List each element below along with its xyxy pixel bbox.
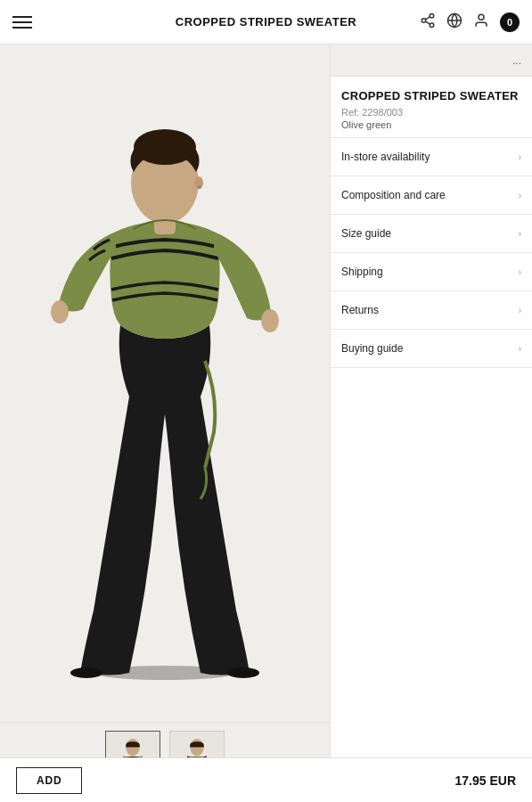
chevron-icon-2: › — [519, 229, 521, 239]
svg-point-17 — [70, 667, 102, 678]
user-icon[interactable] — [473, 12, 489, 32]
product-price: 17.95 EUR — [455, 773, 516, 788]
chevron-icon-1: › — [519, 191, 521, 200]
accordion-label-5: Buying guide — [341, 342, 403, 355]
cart-badge[interactable]: 0 — [500, 12, 520, 32]
accordion-item-3[interactable]: Shipping› — [331, 253, 532, 291]
svg-point-14 — [134, 129, 196, 165]
accordion-item-0[interactable]: In-store availability› — [331, 138, 532, 176]
globe-icon[interactable] — [446, 12, 462, 32]
chevron-icon-5: › — [519, 344, 521, 354]
svg-point-10 — [51, 300, 69, 323]
header-right: 0 — [420, 12, 520, 32]
svg-point-2 — [430, 23, 434, 28]
header-left — [12, 16, 32, 29]
main-content: ... CROPPED STRIPED SWEATER Ref: 2298/00… — [0, 45, 532, 802]
size-strip: ... — [331, 45, 532, 77]
accordion-item-2[interactable]: Size guide› — [331, 215, 532, 253]
svg-line-4 — [425, 16, 430, 19]
accordion-label-1: Composition and care — [341, 189, 446, 201]
accordion-label-4: Returns — [341, 304, 379, 316]
chevron-icon-0: › — [519, 152, 521, 162]
svg-point-18 — [227, 667, 259, 678]
product-ref: Ref: 2298/003 — [341, 107, 521, 118]
accordion-item-1[interactable]: Composition and care› — [331, 176, 532, 215]
accordion-item-4[interactable]: Returns› — [331, 291, 532, 330]
chevron-icon-3: › — [519, 267, 521, 277]
size-strip-text: ... — [512, 54, 521, 67]
add-button[interactable]: ADD — [16, 767, 82, 794]
share-icon[interactable] — [420, 12, 436, 32]
svg-point-7 — [479, 14, 484, 20]
product-info: CROPPED STRIPED SWEATER Ref: 2298/003 Ol… — [331, 77, 532, 138]
accordion-label-2: Size guide — [341, 227, 391, 240]
chevron-icon-4: › — [519, 306, 521, 315]
hamburger-icon[interactable] — [12, 16, 32, 29]
svg-point-11 — [261, 309, 279, 332]
header: CROPPED STRIPED SWEATER 0 — [0, 0, 532, 45]
accordion-label-3: Shipping — [341, 266, 383, 278]
accordion-item-5[interactable]: Buying guide› — [331, 330, 532, 368]
bottom-bar: ADD 17.95 EUR — [0, 757, 532, 802]
svg-line-3 — [425, 21, 430, 24]
header-title: CROPPED STRIPED SWEATER — [176, 15, 356, 29]
svg-point-1 — [422, 18, 426, 22]
right-panel: ... CROPPED STRIPED SWEATER Ref: 2298/00… — [330, 45, 532, 802]
product-image-area — [0, 45, 330, 802]
product-color: Olive green — [341, 119, 521, 130]
accordion-list: In-store availability›Composition and ca… — [331, 138, 532, 368]
accordion-label-0: In-store availability — [341, 151, 430, 163]
svg-point-16 — [198, 185, 201, 189]
product-name: CROPPED STRIPED SWEATER — [341, 89, 521, 102]
svg-point-0 — [430, 13, 434, 18]
product-image-canvas — [0, 45, 330, 713]
